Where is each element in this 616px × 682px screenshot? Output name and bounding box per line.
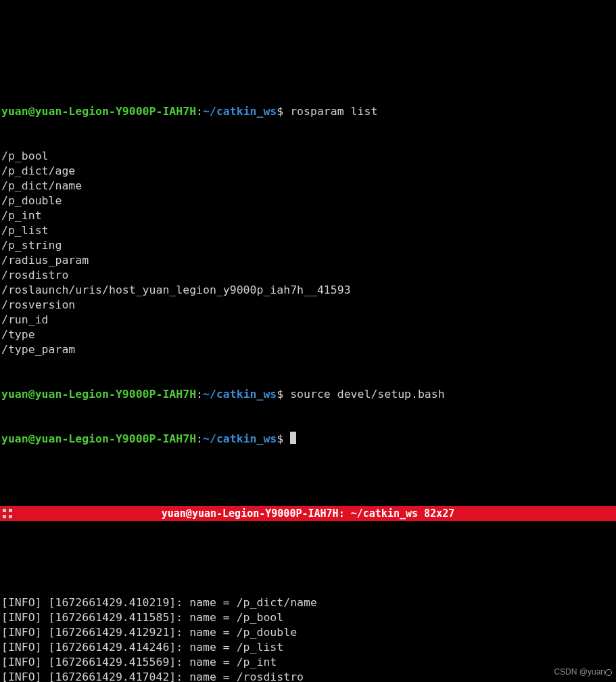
prompt-line[interactable]: yuan@yuan-Legion-Y9000P-IAH7H:~/catkin_w… — [1, 387, 615, 402]
output-line: /type_param — [1, 342, 615, 357]
output-line: /p_string — [1, 238, 615, 253]
output-line: /p_list — [1, 223, 615, 238]
output-line: [INFO] [1672661429.415569]: name = /p_in… — [1, 655, 615, 670]
command-text: source devel/setup.bash — [283, 388, 444, 401]
prompt-user: yuan@yuan-Legion-Y9000P-IAH7H — [1, 105, 196, 118]
output-line: [INFO] [1672661429.414246]: name = /p_li… — [1, 640, 615, 655]
output-line: [INFO] [1672661429.411585]: name = /p_bo… — [1, 610, 615, 625]
prompt-line[interactable]: yuan@yuan-Legion-Y9000P-IAH7H:~/catkin_w… — [1, 104, 615, 119]
command-text: rosparam list — [283, 105, 377, 118]
terminal-pane-top[interactable]: yuan@yuan-Legion-Y9000P-IAH7H:~/catkin_w… — [0, 74, 616, 461]
output-line: [INFO] [1672661429.410219]: name = /p_di… — [1, 595, 615, 610]
prompt-tilde: ~ — [203, 105, 210, 118]
output-line: [INFO] [1672661429.417042]: name = /rosd… — [1, 670, 615, 682]
prompt-marker: $ — [277, 105, 283, 118]
output-line: /rosdistro — [1, 268, 615, 283]
window-titlebar[interactable]: yuan@yuan-Legion-Y9000P-IAH7H: ~/catkin_… — [0, 506, 616, 521]
output-line: /p_dict/name — [1, 179, 615, 194]
output-line: /radius_param — [1, 253, 615, 268]
output-line: /p_dict/age — [1, 164, 615, 179]
prompt-user: yuan@yuan-Legion-Y9000P-IAH7H — [1, 432, 196, 445]
prompt-user: yuan@yuan-Legion-Y9000P-IAH7H — [1, 388, 196, 401]
prompt-sep: : — [196, 105, 203, 118]
prompt-cwd: /catkin_ws — [210, 105, 277, 118]
output-line: /p_int — [1, 208, 615, 223]
cursor — [290, 432, 296, 444]
output-line: /rosversion — [1, 298, 615, 313]
terminal-pane-bottom[interactable]: [INFO] [1672661429.410219]: name = /p_di… — [0, 566, 616, 682]
output-line: /type — [1, 327, 615, 342]
output-line: /p_double — [1, 194, 615, 208]
circle-icon — [605, 669, 612, 676]
output-line: /run_id — [1, 313, 615, 327]
output-line: /p_bool — [1, 149, 615, 164]
prompt-line[interactable]: yuan@yuan-Legion-Y9000P-IAH7H:~/catkin_w… — [1, 432, 615, 447]
window-title: yuan@yuan-Legion-Y9000P-IAH7H: ~/catkin_… — [0, 506, 616, 521]
watermark: CSDN @yuan — [554, 664, 612, 679]
output-line: [INFO] [1672661429.412921]: name = /p_do… — [1, 625, 615, 640]
output-line: /roslaunch/uris/host_yuan_legion_y9000p_… — [1, 283, 615, 298]
